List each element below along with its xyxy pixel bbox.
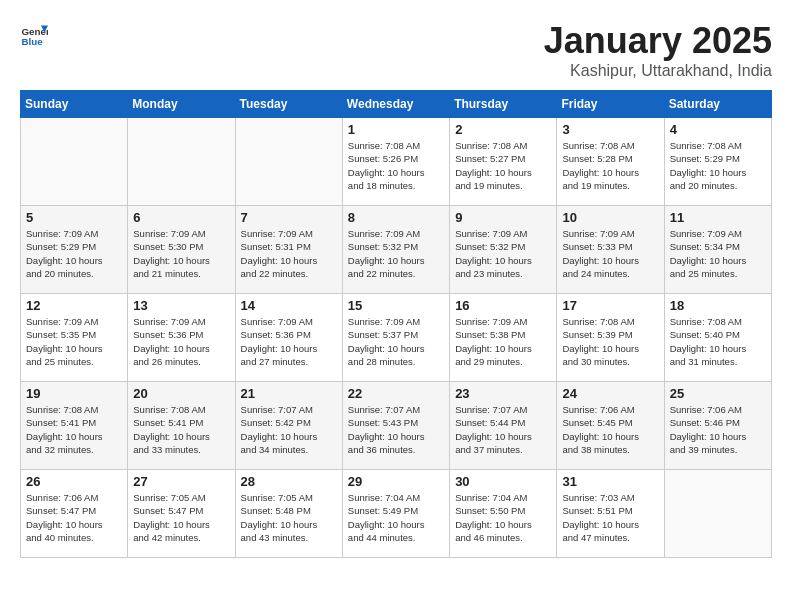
day-info: Sunrise: 7:09 AM Sunset: 5:33 PM Dayligh… — [562, 227, 658, 280]
week-row-3: 12Sunrise: 7:09 AM Sunset: 5:35 PM Dayli… — [21, 294, 772, 382]
calendar-cell: 14Sunrise: 7:09 AM Sunset: 5:36 PM Dayli… — [235, 294, 342, 382]
day-number: 24 — [562, 386, 658, 401]
day-info: Sunrise: 7:08 AM Sunset: 5:29 PM Dayligh… — [670, 139, 766, 192]
calendar-cell: 12Sunrise: 7:09 AM Sunset: 5:35 PM Dayli… — [21, 294, 128, 382]
day-number: 3 — [562, 122, 658, 137]
calendar-cell: 31Sunrise: 7:03 AM Sunset: 5:51 PM Dayli… — [557, 470, 664, 558]
day-number: 20 — [133, 386, 229, 401]
logo-icon: General Blue — [20, 20, 48, 48]
calendar-cell: 19Sunrise: 7:08 AM Sunset: 5:41 PM Dayli… — [21, 382, 128, 470]
calendar-cell — [235, 118, 342, 206]
logo: General Blue — [20, 20, 48, 48]
day-info: Sunrise: 7:09 AM Sunset: 5:32 PM Dayligh… — [455, 227, 551, 280]
calendar-title: January 2025 — [544, 20, 772, 62]
header-wednesday: Wednesday — [342, 91, 449, 118]
calendar-cell: 9Sunrise: 7:09 AM Sunset: 5:32 PM Daylig… — [450, 206, 557, 294]
day-number: 12 — [26, 298, 122, 313]
calendar-cell: 22Sunrise: 7:07 AM Sunset: 5:43 PM Dayli… — [342, 382, 449, 470]
day-number: 26 — [26, 474, 122, 489]
day-info: Sunrise: 7:09 AM Sunset: 5:38 PM Dayligh… — [455, 315, 551, 368]
day-info: Sunrise: 7:09 AM Sunset: 5:37 PM Dayligh… — [348, 315, 444, 368]
calendar-cell: 1Sunrise: 7:08 AM Sunset: 5:26 PM Daylig… — [342, 118, 449, 206]
day-number: 4 — [670, 122, 766, 137]
day-number: 14 — [241, 298, 337, 313]
header-monday: Monday — [128, 91, 235, 118]
day-info: Sunrise: 7:08 AM Sunset: 5:26 PM Dayligh… — [348, 139, 444, 192]
day-info: Sunrise: 7:09 AM Sunset: 5:36 PM Dayligh… — [133, 315, 229, 368]
calendar-cell: 3Sunrise: 7:08 AM Sunset: 5:28 PM Daylig… — [557, 118, 664, 206]
day-number: 29 — [348, 474, 444, 489]
day-number: 11 — [670, 210, 766, 225]
day-number: 23 — [455, 386, 551, 401]
calendar-cell: 16Sunrise: 7:09 AM Sunset: 5:38 PM Dayli… — [450, 294, 557, 382]
day-number: 21 — [241, 386, 337, 401]
header-friday: Friday — [557, 91, 664, 118]
calendar-cell: 8Sunrise: 7:09 AM Sunset: 5:32 PM Daylig… — [342, 206, 449, 294]
day-info: Sunrise: 7:09 AM Sunset: 5:31 PM Dayligh… — [241, 227, 337, 280]
week-row-4: 19Sunrise: 7:08 AM Sunset: 5:41 PM Dayli… — [21, 382, 772, 470]
calendar-cell: 30Sunrise: 7:04 AM Sunset: 5:50 PM Dayli… — [450, 470, 557, 558]
day-info: Sunrise: 7:06 AM Sunset: 5:45 PM Dayligh… — [562, 403, 658, 456]
title-area: January 2025 Kashipur, Uttarakhand, Indi… — [544, 20, 772, 80]
day-number: 1 — [348, 122, 444, 137]
day-info: Sunrise: 7:08 AM Sunset: 5:27 PM Dayligh… — [455, 139, 551, 192]
calendar-cell: 17Sunrise: 7:08 AM Sunset: 5:39 PM Dayli… — [557, 294, 664, 382]
day-info: Sunrise: 7:09 AM Sunset: 5:34 PM Dayligh… — [670, 227, 766, 280]
calendar-header-row: SundayMondayTuesdayWednesdayThursdayFrid… — [21, 91, 772, 118]
day-info: Sunrise: 7:08 AM Sunset: 5:41 PM Dayligh… — [26, 403, 122, 456]
day-number: 9 — [455, 210, 551, 225]
calendar-cell — [664, 470, 771, 558]
page-header: General Blue January 2025 Kashipur, Utta… — [20, 20, 772, 80]
header-sunday: Sunday — [21, 91, 128, 118]
day-number: 25 — [670, 386, 766, 401]
day-number: 10 — [562, 210, 658, 225]
day-number: 6 — [133, 210, 229, 225]
day-info: Sunrise: 7:09 AM Sunset: 5:30 PM Dayligh… — [133, 227, 229, 280]
day-number: 13 — [133, 298, 229, 313]
day-info: Sunrise: 7:09 AM Sunset: 5:29 PM Dayligh… — [26, 227, 122, 280]
day-info: Sunrise: 7:06 AM Sunset: 5:46 PM Dayligh… — [670, 403, 766, 456]
calendar-cell: 24Sunrise: 7:06 AM Sunset: 5:45 PM Dayli… — [557, 382, 664, 470]
header-tuesday: Tuesday — [235, 91, 342, 118]
calendar-cell: 23Sunrise: 7:07 AM Sunset: 5:44 PM Dayli… — [450, 382, 557, 470]
day-info: Sunrise: 7:07 AM Sunset: 5:43 PM Dayligh… — [348, 403, 444, 456]
calendar-table: SundayMondayTuesdayWednesdayThursdayFrid… — [20, 90, 772, 558]
day-number: 30 — [455, 474, 551, 489]
day-info: Sunrise: 7:08 AM Sunset: 5:28 PM Dayligh… — [562, 139, 658, 192]
calendar-cell: 29Sunrise: 7:04 AM Sunset: 5:49 PM Dayli… — [342, 470, 449, 558]
day-info: Sunrise: 7:08 AM Sunset: 5:40 PM Dayligh… — [670, 315, 766, 368]
week-row-1: 1Sunrise: 7:08 AM Sunset: 5:26 PM Daylig… — [21, 118, 772, 206]
day-info: Sunrise: 7:08 AM Sunset: 5:41 PM Dayligh… — [133, 403, 229, 456]
calendar-cell — [21, 118, 128, 206]
day-number: 7 — [241, 210, 337, 225]
day-info: Sunrise: 7:07 AM Sunset: 5:44 PM Dayligh… — [455, 403, 551, 456]
calendar-cell: 25Sunrise: 7:06 AM Sunset: 5:46 PM Dayli… — [664, 382, 771, 470]
svg-text:Blue: Blue — [21, 36, 43, 47]
calendar-cell: 10Sunrise: 7:09 AM Sunset: 5:33 PM Dayli… — [557, 206, 664, 294]
day-number: 18 — [670, 298, 766, 313]
calendar-cell: 26Sunrise: 7:06 AM Sunset: 5:47 PM Dayli… — [21, 470, 128, 558]
day-info: Sunrise: 7:06 AM Sunset: 5:47 PM Dayligh… — [26, 491, 122, 544]
week-row-5: 26Sunrise: 7:06 AM Sunset: 5:47 PM Dayli… — [21, 470, 772, 558]
day-info: Sunrise: 7:05 AM Sunset: 5:47 PM Dayligh… — [133, 491, 229, 544]
day-number: 5 — [26, 210, 122, 225]
calendar-cell: 11Sunrise: 7:09 AM Sunset: 5:34 PM Dayli… — [664, 206, 771, 294]
calendar-cell: 7Sunrise: 7:09 AM Sunset: 5:31 PM Daylig… — [235, 206, 342, 294]
calendar-cell: 4Sunrise: 7:08 AM Sunset: 5:29 PM Daylig… — [664, 118, 771, 206]
day-info: Sunrise: 7:09 AM Sunset: 5:35 PM Dayligh… — [26, 315, 122, 368]
day-number: 8 — [348, 210, 444, 225]
calendar-cell: 13Sunrise: 7:09 AM Sunset: 5:36 PM Dayli… — [128, 294, 235, 382]
calendar-cell: 5Sunrise: 7:09 AM Sunset: 5:29 PM Daylig… — [21, 206, 128, 294]
day-info: Sunrise: 7:09 AM Sunset: 5:36 PM Dayligh… — [241, 315, 337, 368]
day-info: Sunrise: 7:08 AM Sunset: 5:39 PM Dayligh… — [562, 315, 658, 368]
day-info: Sunrise: 7:04 AM Sunset: 5:50 PM Dayligh… — [455, 491, 551, 544]
calendar-cell: 28Sunrise: 7:05 AM Sunset: 5:48 PM Dayli… — [235, 470, 342, 558]
day-number: 31 — [562, 474, 658, 489]
day-number: 16 — [455, 298, 551, 313]
calendar-cell: 27Sunrise: 7:05 AM Sunset: 5:47 PM Dayli… — [128, 470, 235, 558]
day-number: 17 — [562, 298, 658, 313]
calendar-cell: 2Sunrise: 7:08 AM Sunset: 5:27 PM Daylig… — [450, 118, 557, 206]
calendar-cell: 6Sunrise: 7:09 AM Sunset: 5:30 PM Daylig… — [128, 206, 235, 294]
calendar-subtitle: Kashipur, Uttarakhand, India — [544, 62, 772, 80]
day-info: Sunrise: 7:04 AM Sunset: 5:49 PM Dayligh… — [348, 491, 444, 544]
